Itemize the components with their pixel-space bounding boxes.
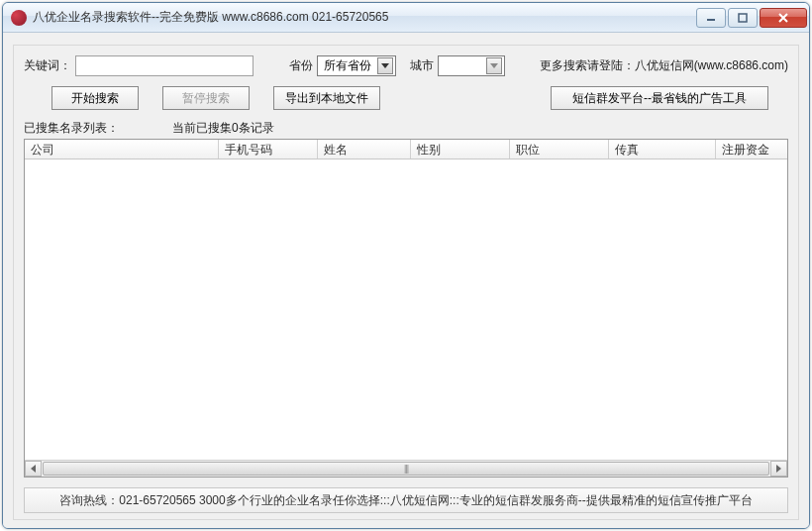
- minimize-button[interactable]: [696, 8, 726, 28]
- pause-search-button: 暂停搜索: [162, 86, 250, 110]
- col-mobile[interactable]: 手机号码: [219, 140, 318, 159]
- button-row: 开始搜索 暂停搜索 导出到本地文件 短信群发平台--最省钱的广告工具: [24, 86, 788, 110]
- main-panel: 关键词： 省份 所有省份 城市: [13, 45, 799, 520]
- client-area: 关键词： 省份 所有省份 城市: [3, 33, 809, 528]
- sms-platform-button[interactable]: 短信群发平台--最省钱的广告工具: [551, 86, 768, 110]
- app-icon: [11, 10, 27, 26]
- collected-list-label: 已搜集名录列表：: [24, 120, 119, 137]
- export-button[interactable]: 导出到本地文件: [273, 86, 380, 110]
- col-position[interactable]: 职位: [510, 140, 609, 159]
- keyword-input[interactable]: [75, 55, 254, 76]
- collected-status: 当前已搜集0条记录: [172, 120, 274, 137]
- col-gender[interactable]: 性别: [411, 140, 510, 159]
- scroll-left-button[interactable]: [25, 461, 42, 477]
- search-row: 关键词： 省份 所有省份 城市: [24, 55, 788, 76]
- province-selected: 所有省份: [320, 57, 375, 74]
- close-button[interactable]: [760, 8, 807, 28]
- scroll-right-button[interactable]: [770, 461, 787, 477]
- col-fax[interactable]: 传真: [609, 140, 716, 159]
- start-search-button[interactable]: 开始搜索: [51, 86, 139, 110]
- results-table: 公司 手机号码 姓名 性别 职位 传真 注册资金 |||: [24, 139, 788, 478]
- col-company[interactable]: 公司: [25, 140, 219, 159]
- scroll-track[interactable]: |||: [42, 461, 770, 477]
- chevron-down-icon: [377, 57, 393, 74]
- maximize-button[interactable]: [728, 8, 758, 28]
- titlebar[interactable]: 八优企业名录搜索软件--完全免费版 www.c8686.com 021-6572…: [3, 3, 809, 33]
- list-header-row: 已搜集名录列表： 当前已搜集0条记录: [24, 120, 788, 137]
- scroll-thumb[interactable]: |||: [43, 462, 769, 476]
- col-name[interactable]: 姓名: [318, 140, 411, 159]
- app-window: 八优企业名录搜索软件--完全免费版 www.c8686.com 021-6572…: [2, 2, 810, 529]
- col-capital[interactable]: 注册资金: [716, 140, 787, 159]
- footer-text: 咨询热线：021-65720565 3000多个行业的企业名录任你选择:::八优…: [59, 492, 752, 509]
- more-search-label: 更多搜索请登陆：八优短信网(www.c8686.com): [540, 57, 788, 74]
- province-label: 省份: [289, 57, 313, 74]
- window-title: 八优企业名录搜索软件--完全免费版 www.c8686.com 021-6572…: [33, 9, 696, 26]
- table-header: 公司 手机号码 姓名 性别 职位 传真 注册资金: [25, 140, 787, 159]
- svg-rect-1: [739, 14, 747, 22]
- province-select[interactable]: 所有省份: [317, 55, 396, 76]
- chevron-down-icon: [486, 57, 502, 74]
- table-body: [25, 159, 787, 460]
- window-controls: [696, 8, 807, 28]
- city-label: 城市: [410, 57, 434, 74]
- horizontal-scrollbar[interactable]: |||: [25, 460, 787, 477]
- footer-bar: 咨询热线：021-65720565 3000多个行业的企业名录任你选择:::八优…: [24, 487, 788, 513]
- keyword-label: 关键词：: [24, 57, 71, 74]
- city-select[interactable]: [438, 55, 505, 76]
